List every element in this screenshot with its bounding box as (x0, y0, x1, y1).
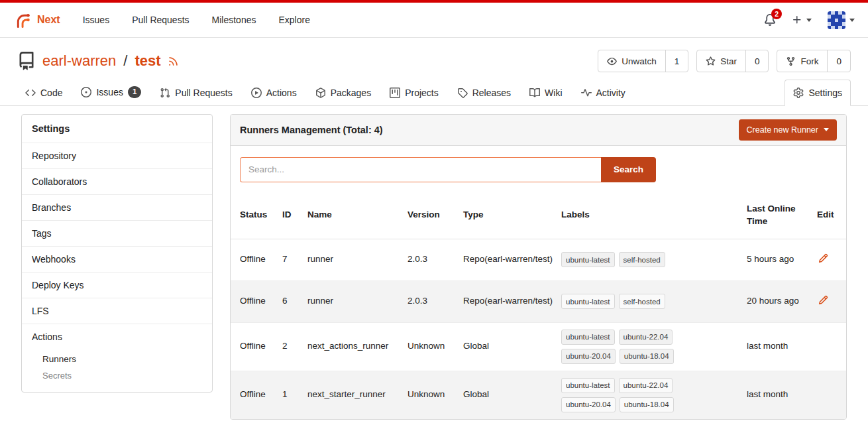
sidebar-item-deploy-keys[interactable]: Deploy Keys (22, 272, 212, 298)
runner-version: Unknown (407, 334, 463, 359)
sidebar-item-branches[interactable]: Branches (22, 194, 212, 220)
sidebar-item-webhooks[interactable]: Webhooks (22, 246, 212, 272)
fork-label: Fork (800, 56, 818, 66)
search-button[interactable]: Search (601, 157, 656, 182)
brand-label: Next (37, 14, 60, 26)
runner-id: 1 (282, 382, 307, 408)
runner-type: Global (463, 334, 561, 359)
repo-owner-link[interactable]: earl-warren (42, 52, 116, 70)
navbar-left: Next Issues Pull Requests Milestones Exp… (13, 11, 310, 29)
sidebar-item-collaborators[interactable]: Collaborators (22, 168, 212, 194)
tab-wiki[interactable]: Wiki (521, 80, 570, 105)
repo-separator: / (123, 52, 127, 70)
user-menu-button[interactable] (828, 11, 855, 29)
fork-icon (786, 56, 796, 66)
tab-code[interactable]: Code (17, 80, 70, 105)
sidebar-item-repository[interactable]: Repository (22, 143, 212, 168)
runner-last-online: last month (747, 334, 817, 359)
runner-version: 2.0.3 (407, 288, 463, 314)
panel-title: Runners Management (Total: 4) (240, 125, 383, 135)
tag-icon (457, 88, 468, 98)
tab-activity-label: Activity (596, 88, 625, 98)
nav-item-issues[interactable]: Issues (83, 15, 109, 25)
runner-status: Offline (240, 247, 282, 273)
col-id: ID (282, 198, 307, 232)
create-new-menu-button[interactable] (792, 15, 812, 25)
col-type: Type (463, 198, 561, 232)
tab-activity[interactable]: Activity (573, 80, 633, 105)
runner-id: 2 (282, 334, 307, 359)
tab-settings[interactable]: Settings (785, 80, 851, 106)
runner-name: runner (307, 288, 407, 314)
tab-issues[interactable]: Issues 1 (73, 79, 149, 105)
unwatch-button[interactable]: Unwatch (598, 50, 665, 72)
runner-status: Offline (240, 288, 282, 314)
runner-edit-cell (817, 389, 837, 402)
play-icon (251, 88, 262, 98)
sidebar-actions-subsection: Runners Secrets (22, 349, 212, 392)
settings-sidebar: Settings Repository Collaborators Branch… (21, 114, 213, 393)
runner-last-online: last month (747, 382, 817, 408)
fork-button[interactable]: Fork (777, 50, 827, 72)
notifications-button[interactable]: 2 (764, 14, 776, 26)
nav-item-explore[interactable]: Explore (278, 15, 309, 25)
chevron-down-icon (806, 19, 812, 22)
runners-panel: Runners Management (Total: 4) Create new… (230, 114, 847, 420)
tab-projects[interactable]: Projects (382, 80, 447, 105)
home-link[interactable]: Next (13, 11, 60, 29)
table-row: Offline 6 runner 2.0.3 Repo(earl-warren/… (231, 281, 846, 323)
watch-button-group: Unwatch 1 (598, 50, 688, 72)
code-icon (25, 88, 36, 98)
create-runner-label: Create new Runner (747, 125, 818, 135)
eye-icon (607, 56, 617, 66)
book-icon (529, 88, 540, 98)
tab-wiki-label: Wiki (545, 88, 562, 98)
label-chip: self-hosted (619, 252, 665, 267)
tab-actions[interactable]: Actions (243, 80, 305, 105)
repo-name-link[interactable]: test (135, 52, 160, 70)
rss-icon[interactable] (168, 56, 179, 67)
edit-runner-button[interactable] (817, 294, 830, 306)
nav-item-milestones[interactable]: Milestones (212, 15, 256, 25)
stars-count[interactable]: 0 (745, 50, 769, 72)
nav-item-pull-requests[interactable]: Pull Requests (132, 15, 189, 25)
label-chip: ubuntu-latest (561, 330, 615, 345)
repo-icon (17, 52, 36, 70)
package-icon (315, 88, 326, 98)
tab-packages[interactable]: Packages (307, 80, 379, 105)
label-chip: ubuntu-latest (561, 252, 615, 267)
create-runner-button[interactable]: Create new Runner (739, 119, 837, 141)
tab-projects-label: Projects (405, 88, 439, 98)
star-button[interactable]: Star (697, 50, 745, 72)
edit-runner-button[interactable] (817, 252, 830, 265)
sidebar-item-actions[interactable]: Actions (22, 324, 212, 349)
col-version: Version (407, 198, 463, 232)
sidebar-item-runners[interactable]: Runners (22, 351, 212, 367)
label-chip: ubuntu-latest (561, 378, 615, 393)
forks-count[interactable]: 0 (827, 50, 850, 72)
chevron-down-icon (849, 19, 855, 22)
sidebar-item-tags[interactable]: Tags (22, 220, 212, 246)
runners-table: Status ID Name Version Type Labels Last … (231, 192, 846, 419)
tab-code-label: Code (40, 88, 62, 98)
runner-id: 6 (282, 288, 307, 314)
col-name: Name (307, 198, 407, 232)
tab-packages-label: Packages (331, 88, 371, 98)
watchers-count[interactable]: 1 (665, 50, 688, 72)
sidebar-item-lfs[interactable]: LFS (22, 298, 212, 324)
table-row: Offline 1 next_starter_runner Unknown Gl… (231, 371, 846, 419)
label-chip: ubuntu-18.04 (620, 397, 674, 412)
main-navbar: Next Issues Pull Requests Milestones Exp… (0, 3, 868, 38)
runner-edit-cell (817, 245, 837, 274)
label-chip: ubuntu-22.04 (619, 330, 673, 345)
tab-releases[interactable]: Releases (449, 80, 519, 105)
panel-header: Runners Management (Total: 4) Create new… (231, 115, 846, 146)
sidebar-item-secrets[interactable]: Secrets (22, 367, 212, 384)
runner-labels: ubuntu-latest self-hosted (561, 245, 700, 274)
runner-type: Global (463, 382, 561, 408)
tab-pull-requests[interactable]: Pull Requests (152, 80, 240, 105)
col-edit: Edit (817, 198, 841, 232)
search-input[interactable] (240, 157, 601, 182)
table-row: Offline 2 next_actions_runner Unknown Gl… (231, 323, 846, 371)
runner-last-online: 5 hours ago (747, 247, 817, 273)
